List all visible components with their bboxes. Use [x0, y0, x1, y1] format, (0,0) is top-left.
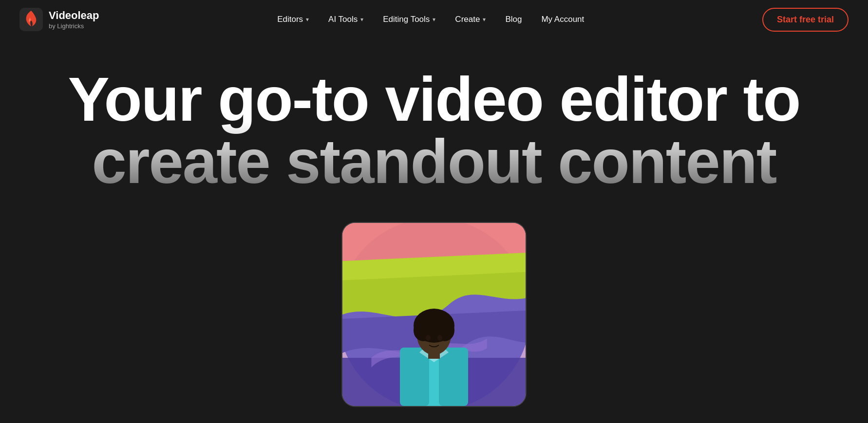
svg-rect-5 — [400, 348, 429, 406]
navbar: Videoleap by Lightricks Editors ▾ AI Too… — [0, 0, 868, 39]
nav-item-editing-tools[interactable]: Editing Tools ▾ — [375, 11, 443, 28]
hero-title: Your go-to video editor to create stando… — [44, 68, 824, 202]
brand-subtitle: by Lightricks — [49, 22, 99, 30]
videoleap-logo-icon[interactable] — [19, 8, 43, 31]
nav-label-blog: Blog — [505, 15, 522, 24]
svg-point-12 — [437, 335, 442, 341]
chevron-down-icon: ▾ — [360, 16, 363, 23]
nav-item-editors[interactable]: Editors ▾ — [269, 11, 317, 28]
svg-point-11 — [426, 335, 431, 341]
chevron-down-icon: ▾ — [483, 16, 486, 23]
svg-rect-6 — [439, 348, 468, 406]
logo-area[interactable]: Videoleap by Lightricks — [19, 8, 99, 31]
nav-label-my-account: My Account — [541, 15, 584, 24]
nav-item-my-account[interactable]: My Account — [533, 11, 592, 28]
logo-text: Videoleap by Lightricks — [49, 9, 99, 29]
start-trial-button[interactable]: Start free trial — [762, 8, 849, 32]
navbar-right: Start free trial — [762, 8, 849, 32]
nav-item-blog[interactable]: Blog — [497, 11, 529, 28]
hero-title-line2: create standout content — [92, 127, 776, 196]
nav-item-ai-tools[interactable]: AI Tools ▾ — [321, 11, 371, 28]
brand-name: Videoleap — [49, 9, 99, 22]
nav-menu: Editors ▾ AI Tools ▾ Editing Tools ▾ Cre… — [99, 11, 762, 28]
person-figure — [390, 299, 478, 406]
hero-video-container — [39, 222, 829, 407]
nav-item-create[interactable]: Create ▾ — [447, 11, 493, 28]
nav-label-editors: Editors — [277, 15, 303, 24]
nav-label-editing-tools: Editing Tools — [383, 15, 430, 24]
hero-section: Your go-to video editor to create stando… — [0, 39, 868, 423]
nav-label-create: Create — [455, 15, 480, 24]
svg-rect-13 — [428, 351, 440, 359]
hero-video-frame — [341, 222, 527, 407]
hero-title-line1: Your go-to video editor to — [68, 64, 800, 134]
chevron-down-icon: ▾ — [306, 16, 309, 23]
chevron-down-icon: ▾ — [433, 16, 435, 23]
nav-label-ai-tools: AI Tools — [328, 15, 358, 24]
